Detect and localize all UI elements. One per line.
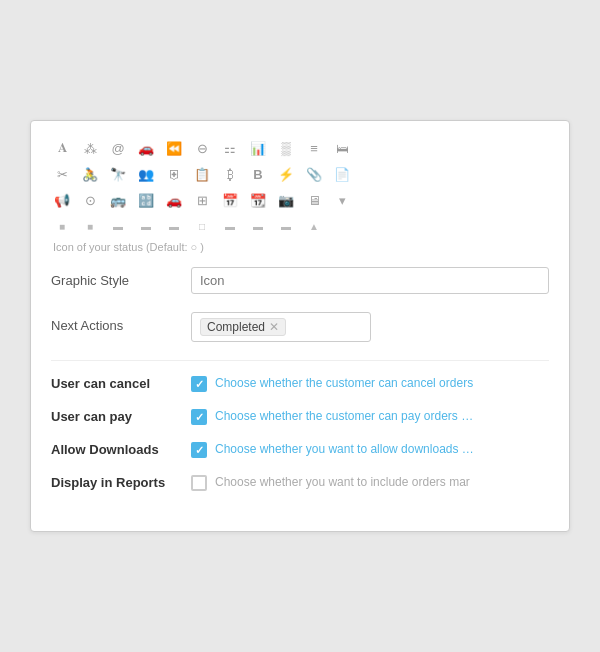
icon-calendar1[interactable]: 📅	[219, 189, 241, 211]
icon-lightning[interactable]: ⚡	[275, 163, 297, 185]
icon-binoculars[interactable]: 🔭	[107, 163, 129, 185]
next-actions-label: Next Actions	[51, 312, 191, 333]
icon-sm1[interactable]: ■	[51, 215, 73, 237]
user-can-pay-checkbox[interactable]: ✓	[191, 409, 207, 425]
allow-downloads-desc: Choose whether you want to allow downloa…	[215, 441, 475, 458]
icon-circle-dot[interactable]: ⊙	[79, 189, 101, 211]
icon-circle-slash[interactable]: ⊖	[191, 137, 213, 159]
icon-table[interactable]: ⊞	[191, 189, 213, 211]
icon-calendar2[interactable]: 📆	[247, 189, 269, 211]
user-can-cancel-field: ✓ Choose whether the customer can cancel…	[191, 375, 549, 392]
icon-sm10[interactable]: ▲	[303, 215, 325, 237]
display-in-reports-label: Display in Reports	[51, 474, 191, 490]
user-can-pay-checkmark: ✓	[195, 412, 204, 423]
allow-downloads-checkbox[interactable]: ✓	[191, 442, 207, 458]
icon-car2[interactable]: 🚗	[163, 189, 185, 211]
next-actions-field: Completed ✕	[191, 312, 549, 342]
icon-row-4: ■ ■ ▬ ▬ ▬ □ ▬ ▬ ▬ ▲	[51, 215, 549, 237]
icon-camera[interactable]: 📷	[275, 189, 297, 211]
icon-megaphone[interactable]: 📢	[51, 189, 73, 211]
completed-tag: Completed ✕	[200, 318, 286, 336]
next-actions-row: Next Actions Completed ✕	[51, 312, 549, 342]
main-panel: 𝚨 ⁂ @ 🚗 ⏪ ⊖ ⚏ 📊 ▒ ≡ 🛏 ✂ 🚴 🔭 👥 ⛨ 📋 ₿ B ⚡ …	[30, 120, 570, 532]
display-in-reports-field: ✓ Choose whether you want to include ord…	[191, 474, 549, 491]
icon-sm3[interactable]: ▬	[107, 215, 129, 237]
user-can-pay-field: ✓ Choose whether the customer can pay or…	[191, 408, 549, 425]
icon-italic[interactable]: 𝚨	[51, 137, 73, 159]
icon-sm9[interactable]: ▬	[275, 215, 297, 237]
user-can-cancel-label: User can cancel	[51, 375, 191, 391]
icon-more-dropdown[interactable]: ▾	[331, 189, 353, 211]
next-actions-tag-input[interactable]: Completed ✕	[191, 312, 371, 342]
icon-font[interactable]: 🔡	[135, 189, 157, 211]
divider	[51, 360, 549, 361]
user-can-pay-desc: Choose whether the customer can pay orde…	[215, 408, 475, 425]
completed-tag-close[interactable]: ✕	[269, 321, 279, 333]
icon-rewind[interactable]: ⏪	[163, 137, 185, 159]
display-in-reports-desc: Choose whether you want to include order…	[215, 474, 470, 491]
icon-sm2[interactable]: ■	[79, 215, 101, 237]
icon-row-2: ✂ 🚴 🔭 👥 ⛨ 📋 ₿ B ⚡ 📎 📄	[51, 163, 549, 185]
icon-columns[interactable]: ⚏	[219, 137, 241, 159]
icon-scissors[interactable]: ✂	[51, 163, 73, 185]
completed-tag-label: Completed	[207, 320, 265, 334]
icon-shield[interactable]: ⛨	[163, 163, 185, 185]
icon-asterism[interactable]: ⁂	[79, 137, 101, 159]
allow-downloads-field: ✓ Choose whether you want to allow downl…	[191, 441, 549, 458]
icon-row-3: 📢 ⊙ 🚌 🔡 🚗 ⊞ 📅 📆 📷 🖥 ▾	[51, 189, 549, 211]
icon-cycling[interactable]: 🚴	[79, 163, 101, 185]
icon-car[interactable]: 🚗	[135, 137, 157, 159]
user-can-pay-label: User can pay	[51, 408, 191, 424]
icon-at[interactable]: @	[107, 137, 129, 159]
icon-clipboard[interactable]: 📋	[191, 163, 213, 185]
allow-downloads-checkmark: ✓	[195, 445, 204, 456]
user-can-cancel-checkbox[interactable]: ✓	[191, 376, 207, 392]
graphic-style-row: Graphic Style	[51, 267, 549, 294]
icon-document[interactable]: 📄	[331, 163, 353, 185]
check-row-2: Allow Downloads ✓ Choose whether you wan…	[51, 441, 549, 458]
icon-sm6[interactable]: □	[191, 215, 213, 237]
user-can-cancel-checkmark: ✓	[195, 379, 204, 390]
icon-grid: 𝚨 ⁂ @ 🚗 ⏪ ⊖ ⚏ 📊 ▒ ≡ 🛏 ✂ 🚴 🔭 👥 ⛨ 📋 ₿ B ⚡ …	[51, 137, 549, 237]
user-can-cancel-desc: Choose whether the customer can cancel o…	[215, 375, 473, 392]
icon-bold[interactable]: B	[247, 163, 269, 185]
check-row-0: User can cancel ✓ Choose whether the cus…	[51, 375, 549, 392]
icon-sm8[interactable]: ▬	[247, 215, 269, 237]
icon-grid-small[interactable]: ▒	[275, 137, 297, 159]
check-row-3: Display in Reports ✓ Choose whether you …	[51, 474, 549, 491]
icon-sm4[interactable]: ▬	[135, 215, 157, 237]
check-row-1: User can pay ✓ Choose whether the custom…	[51, 408, 549, 425]
icon-row-1: 𝚨 ⁂ @ 🚗 ⏪ ⊖ ⚏ 📊 ▒ ≡ 🛏	[51, 137, 549, 159]
icon-monitor[interactable]: 🖥	[303, 189, 325, 211]
icon-bitcoin[interactable]: ₿	[219, 163, 241, 185]
graphic-style-field	[191, 267, 549, 294]
graphic-style-input[interactable]	[191, 267, 549, 294]
icon-group[interactable]: 👥	[135, 163, 157, 185]
icon-sm7[interactable]: ▬	[219, 215, 241, 237]
icon-bar-chart[interactable]: 📊	[247, 137, 269, 159]
icon-paperclip[interactable]: 📎	[303, 163, 325, 185]
display-in-reports-checkbox[interactable]: ✓	[191, 475, 207, 491]
icon-bus[interactable]: 🚌	[107, 189, 129, 211]
graphic-style-label: Graphic Style	[51, 267, 191, 288]
icon-hint: Icon of your status (Default: ○ )	[51, 241, 549, 253]
icon-bed[interactable]: 🛏	[331, 137, 353, 159]
icon-lines[interactable]: ≡	[303, 137, 325, 159]
icon-sm5[interactable]: ▬	[163, 215, 185, 237]
allow-downloads-label: Allow Downloads	[51, 441, 191, 457]
